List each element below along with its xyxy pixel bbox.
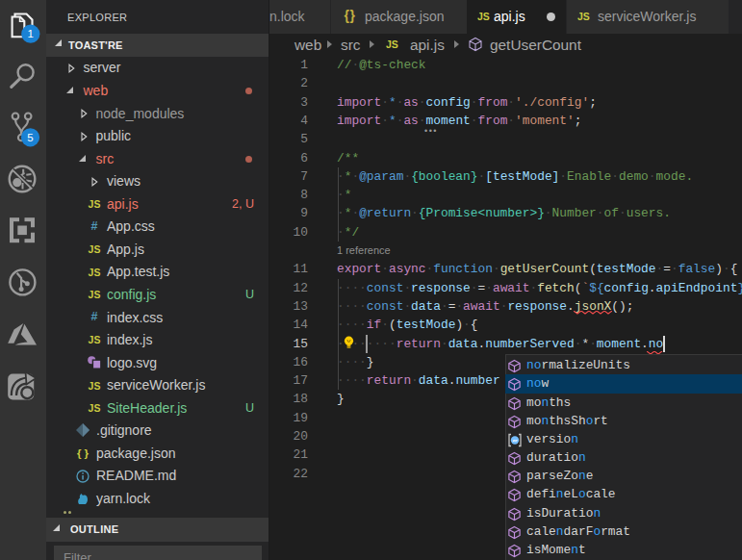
svg-text:5: 5 (27, 132, 33, 143)
svg-text:1: 1 (28, 28, 34, 39)
